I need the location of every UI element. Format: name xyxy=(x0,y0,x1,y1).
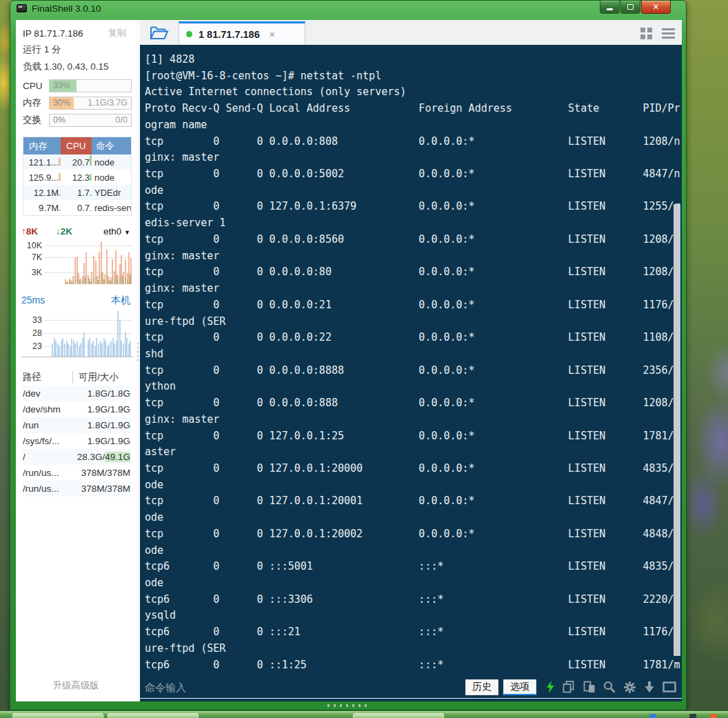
disk-row[interactable]: /run/us...378M/378M xyxy=(23,465,132,481)
copy-ip-button[interactable]: 复制 xyxy=(108,27,132,39)
cpu-usage-bar: 33% xyxy=(49,79,132,92)
disk-column-size[interactable]: 可用/大小 xyxy=(72,371,132,383)
tab-close-icon[interactable]: × xyxy=(270,29,275,40)
desktop-background: FinalShell 3.0.10 ✕ IP 81.71.7.186 复制 运行… xyxy=(0,0,728,718)
memory-percent: 30% xyxy=(53,98,70,108)
open-connections-button[interactable] xyxy=(140,21,179,45)
window-resize-grip[interactable] xyxy=(327,704,369,707)
disk-row[interactable]: /28.3G/49.1G xyxy=(23,449,132,465)
taskbar-button[interactable] xyxy=(12,713,103,718)
options-button[interactable]: 选项 xyxy=(503,679,536,695)
disk-size: 378M/378M xyxy=(77,468,132,478)
search-icon[interactable] xyxy=(603,681,616,693)
connection-status-dot xyxy=(186,31,192,37)
copy-icon[interactable] xyxy=(563,681,576,693)
realtime-speed-icon[interactable] xyxy=(545,681,555,693)
settings-gear-icon[interactable] xyxy=(623,681,636,694)
cpu-label: CPU xyxy=(23,81,49,91)
terminal-screen[interactable]: [1] 4828 [root@VM-16-8-centos ~]# netsta… xyxy=(140,45,682,677)
maximize-button[interactable] xyxy=(620,1,640,14)
layout-grid-button[interactable] xyxy=(640,28,652,39)
disk-size: 28.3G/49.1G xyxy=(77,452,132,462)
splitter-grip-dots xyxy=(137,343,139,361)
swap-gauge-row: 交换 0% 0/0 xyxy=(23,112,132,128)
minimize-button[interactable] xyxy=(600,1,620,14)
ping-axis-tick: 23 xyxy=(21,341,42,351)
swap-label: 交换 xyxy=(23,114,49,126)
close-button[interactable]: ✕ xyxy=(641,1,671,14)
process-row[interactable]: 12.1M1.7YDEdr xyxy=(23,185,131,200)
process-memory: 121.1... xyxy=(23,157,61,168)
process-cpu: 0.7 xyxy=(61,203,92,213)
taskbar xyxy=(0,710,728,718)
menu-button[interactable] xyxy=(662,28,675,39)
history-button[interactable]: 历史 xyxy=(465,679,498,695)
minimize-icon xyxy=(607,8,613,10)
ping-bar xyxy=(130,312,132,357)
net-axis-tick: 10K xyxy=(21,241,42,250)
disk-size: 1.9G/1.9G xyxy=(77,436,132,446)
tab-bar: 1 81.71.7.186 × xyxy=(140,20,682,45)
process-cpu: 12.3 xyxy=(61,172,92,183)
maximize-icon xyxy=(627,4,634,10)
fullscreen-window-icon[interactable] xyxy=(663,681,676,692)
window-title: FinalShell 3.0.10 xyxy=(32,3,101,14)
disk-path: / xyxy=(23,452,77,462)
load-average-label: 负载 1.30, 0.43, 0.15 xyxy=(23,61,132,74)
disk-size: 1.8G/1.9G xyxy=(77,420,132,430)
process-command: node xyxy=(92,172,131,183)
terminal-scrollbar[interactable] xyxy=(674,204,680,656)
disk-size: 378M/378M xyxy=(77,483,132,494)
memory-usage-bar: 30% 1.1G/3.7G xyxy=(49,97,132,110)
app-icon xyxy=(17,4,27,12)
process-table: 内存 CPU 命令 121.1...20.7node125.9...12.3no… xyxy=(23,137,132,216)
process-column-cpu[interactable]: CPU xyxy=(61,137,92,154)
close-icon: ✕ xyxy=(652,3,659,11)
process-column-memory[interactable]: 内存 xyxy=(23,137,61,154)
process-memory: 125.9... xyxy=(23,172,61,183)
process-memory: 12.1M xyxy=(23,188,61,198)
ping-panel: 25ms 本机 332823 xyxy=(21,295,133,357)
process-row[interactable]: 9.7M0.7redis-serv xyxy=(23,200,131,215)
command-input[interactable] xyxy=(145,681,461,693)
paste-icon[interactable] xyxy=(583,681,596,693)
ping-target[interactable]: 本机 xyxy=(111,295,133,310)
cpu-tick-bar xyxy=(90,210,92,211)
tray-icon[interactable] xyxy=(710,714,717,718)
titlebar[interactable]: FinalShell 3.0.10 ✕ xyxy=(10,1,686,20)
disk-row[interactable]: /dev1.8G/1.8G xyxy=(23,386,132,401)
server-ip-label: IP 81.71.7.186 xyxy=(23,28,83,39)
process-memory: 9.7M xyxy=(23,203,61,213)
disk-row[interactable]: /sys/fs/...1.9G/1.9G xyxy=(23,433,132,449)
upgrade-link[interactable]: 升级高级版 xyxy=(16,679,136,692)
process-command: node xyxy=(92,157,131,168)
process-row[interactable]: 121.1...20.7node xyxy=(23,154,131,170)
taskbar-button[interactable] xyxy=(353,713,444,718)
disk-row[interactable]: /dev/shm1.9G/1.9G xyxy=(23,401,132,417)
process-command: YDEdr xyxy=(92,188,131,198)
session-tab[interactable]: 1 81.71.7.186 × xyxy=(179,21,305,45)
disk-column-path[interactable]: 路径 xyxy=(23,371,72,383)
disk-path: /sys/fs/... xyxy=(23,436,77,446)
cpu-tick-bar xyxy=(90,195,92,195)
chevron-down-icon: ▼ xyxy=(124,229,130,236)
cpu-tick-bar xyxy=(90,174,92,180)
tray-icon[interactable] xyxy=(649,714,656,718)
tray-icon[interactable] xyxy=(689,714,696,718)
disk-row[interactable]: /run1.8G/1.9G xyxy=(23,417,132,433)
disk-row[interactable]: /run/us...378M/378M xyxy=(23,481,132,497)
interface-select[interactable]: eth0 ▼ xyxy=(103,226,133,237)
disk-path: /dev xyxy=(23,388,77,399)
process-column-command[interactable]: 命令 xyxy=(92,137,131,154)
taskbar-button[interactable] xyxy=(108,713,199,718)
net-axis-tick: 3K xyxy=(21,268,42,277)
download-rate: ↓2K xyxy=(56,226,72,237)
memory-gauge-row: 内存 30% 1.1G/3.7G xyxy=(23,95,132,110)
cpu-gauge-row: CPU 33% xyxy=(23,78,132,93)
net-bar xyxy=(130,240,132,284)
terminal-output: [1] 4828 [root@VM-16-8-centos ~]# netsta… xyxy=(140,45,682,673)
network-traffic-chart: 10K7K3K xyxy=(21,240,133,284)
swap-usage-bar: 0% 0/0 xyxy=(49,114,132,127)
process-row[interactable]: 125.9...12.3node xyxy=(23,170,131,185)
download-icon[interactable] xyxy=(644,681,655,693)
